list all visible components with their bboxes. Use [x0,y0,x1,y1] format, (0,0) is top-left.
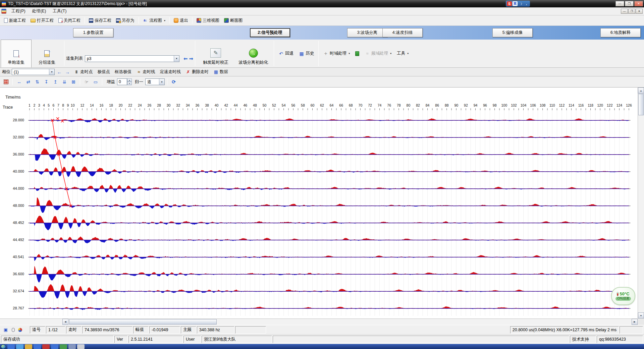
minimize-button[interactable]: — [615,1,624,6]
red-grid-icon [4,79,8,84]
gather-extra-button-1[interactable] [353,51,362,56]
menu-item-1[interactable]: 工程(P) [8,7,29,15]
taskbar-app-2[interactable] [16,344,23,349]
exit-button[interactable]: 退出 [172,16,190,25]
phase-tool-5[interactable]: 定速走时线 [158,68,183,75]
gather-tab-2[interactable]: 分组道集 [32,40,62,67]
maximize-button[interactable]: ❐ [625,1,634,6]
save-as-button[interactable]: 另存为 [114,16,137,25]
phase-tool-7[interactable]: 数据 [212,68,230,75]
start-orb[interactable] [1,344,6,349]
phase-tool-3[interactable]: 框选极值 [113,68,133,75]
workflow-step-4[interactable]: 4:速度扫描 [382,28,423,37]
child-minimize-button[interactable]: — [621,9,628,14]
phase-next-button[interactable]: → [64,69,71,75]
time-label: 32.000 [0,135,24,139]
gain-stepper[interactable]: 0▲▼ [117,78,132,85]
phase-combo[interactable]: (1)▼ [12,69,55,75]
status-field-label: 走时 [66,326,82,334]
prev-gather-button[interactable]: ⇐ [183,56,188,62]
normalize-combo[interactable]: 道▼ [145,78,165,85]
workflow-step-1[interactable]: 1.参数设置 [73,28,113,37]
taskbar-app-7[interactable] [60,344,67,349]
sogou-icon[interactable]: S [507,1,512,6]
wiggle-plot[interactable]: 1234567891012141618202224262830323436384… [0,88,638,318]
phase-tool-4[interactable]: 走时线 [135,68,157,75]
scroll-right-arrow[interactable]: ▶ [632,319,638,325]
phase-label: 相位 [2,69,10,75]
wavefield-init-button[interactable]: 波场分离初始化 [234,40,272,67]
flow-chart-button[interactable]: 流程图▾ [141,16,168,25]
taskbar-app-1[interactable] [7,344,15,349]
menu-item-2[interactable]: 处理(E) [29,7,50,15]
child-close-button[interactable]: ✕ [636,9,643,14]
gather-tab-1[interactable]: 单炮道集 [1,40,32,67]
phase-tool-1[interactable]: 走时点 [72,68,95,75]
save-project-button[interactable]: 保存工程 [87,16,113,25]
spin-down-icon[interactable]: ▼ [127,82,132,85]
taskbar-app-4[interactable] [34,344,41,349]
taskbar-app-8[interactable] [68,344,76,349]
cpu-temp-value: 50°C [620,291,629,296]
v-swap-button[interactable]: ⇅ [33,78,41,86]
undo-button[interactable]: 回退 [276,51,296,56]
toolbar-separator [318,41,319,66]
wiggle-trace-positive [30,216,629,223]
section-view-button[interactable]: 断面图 [222,16,245,25]
clip-button[interactable]: ⊠ [69,78,77,86]
close-project-button[interactable]: 关闭工程 [56,16,83,25]
open-project-button[interactable]: 打开工程 [29,16,56,25]
red-grid-button[interactable] [2,78,10,86]
horizontal-scroll-thumb[interactable] [69,319,217,325]
scroll-up-arrow[interactable]: ▲ [638,88,644,94]
menu-item-3[interactable]: 工具(T) [49,7,70,15]
vertical-scroll-thumb[interactable] [638,94,644,115]
new-project-button[interactable]: 新建工程 [2,16,28,25]
taskbar-app-6[interactable] [51,344,58,349]
vertical-scrollbar[interactable]: ▲ ▼ [638,88,644,318]
menu-button-2[interactable]: 频域处理▾ [362,51,394,56]
next-gather-button[interactable]: ⇒ [189,56,194,62]
up-box-button[interactable]: ↥ [51,78,59,86]
trigger-delay-button[interactable]: 触发延时校正 [197,40,234,67]
trace-tick-label: 70 [359,103,363,107]
down-box-button[interactable]: ↧ [42,78,50,86]
phase-prev-button[interactable]: ← [56,69,63,75]
scroll-left-arrow[interactable]: ◀ [62,319,68,325]
scroll-down-arrow[interactable]: ▼ [638,312,644,318]
punctuation-icon[interactable]: ， [524,1,529,6]
history-button[interactable]: 历史 [296,51,317,56]
wiggle-trace-negative [30,257,629,261]
view-3d-button[interactable]: 三维视图 [195,16,221,25]
spin-up-icon[interactable]: ▲ [127,78,132,82]
wiggle-trace-negative [30,189,629,192]
workflow-step-5[interactable]: 5:偏移成像 [492,28,533,37]
open-project-icon [31,19,36,22]
data-grid-icon [213,69,219,75]
moon-icon[interactable]: ☽ [518,1,523,6]
workflow-step-6[interactable]: 6:地质解释 [600,28,641,37]
child-restore-button[interactable]: ❐ [628,9,635,14]
h-expand-button[interactable]: ↔ [15,78,23,86]
refresh-button[interactable] [170,78,178,86]
menu-button-3[interactable]: 工具▾ [394,51,411,56]
taskbar-app-5[interactable] [42,344,50,349]
phase-tool-2[interactable]: 极值点 [96,68,112,75]
trace-tick-label: 22 [128,103,132,107]
wiggle-trace-positive [30,254,629,257]
horizontal-scrollbar[interactable]: ◀ ▶ [0,318,638,325]
taskbar-app-9[interactable] [77,344,85,349]
h-swap-button[interactable]: ⇄ [24,78,32,86]
taskbar-app-3[interactable] [25,344,32,349]
phase-tool-6[interactable]: 删除走时 [184,68,210,75]
hand-button[interactable] [83,78,91,86]
workflow-step-3[interactable]: 3:波场分离 [347,28,387,37]
gather-list-combo[interactable]: p3▼ [85,55,179,62]
zoom-rect-button[interactable] [92,78,100,86]
page-down-button[interactable]: ⇊ [60,78,68,86]
ime-language-icon[interactable]: 英 [513,1,518,6]
close-button[interactable]: ✕ [634,1,643,6]
menu-button-0[interactable]: 时域处理▾ [320,51,353,56]
status-field-value: 1 /12 [46,326,65,334]
workflow-step-2[interactable]: 2:信号预处理 [250,28,290,37]
